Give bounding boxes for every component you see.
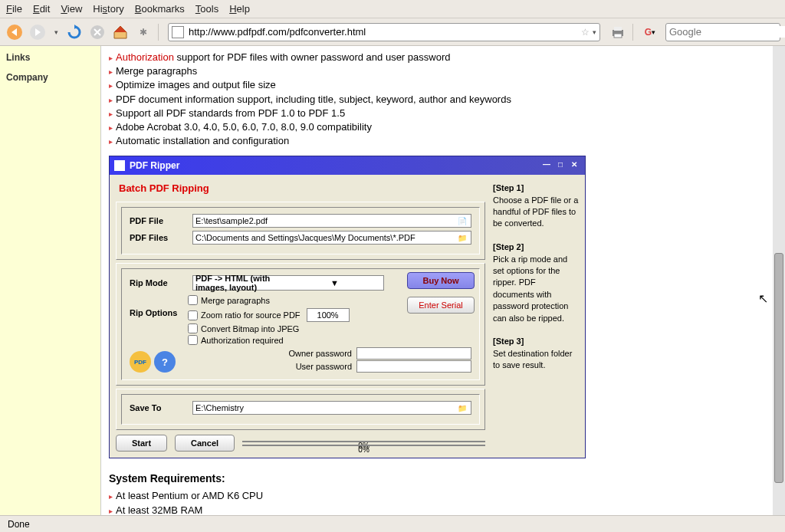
forward-button[interactable] [28,22,48,42]
sidebar-item-company[interactable]: Company [6,72,94,83]
feature-item: PDF document information support, includ… [109,93,765,107]
label-pdf-files: PDF Files [130,233,188,242]
browse-file-icon[interactable]: 📄 [456,215,468,226]
label-save-to: Save To [130,403,188,412]
content-area: Links Company Authorization support for … [0,46,785,515]
zoom-input[interactable] [307,308,350,322]
menu-file[interactable]: File [6,3,22,15]
menu-tools[interactable]: Tools [195,3,218,15]
check-zoom[interactable]: Zoom ratio for source PDF [188,308,353,322]
progress-bar-1: 0% [242,441,485,442]
sysreq-title: System Requirements: [109,472,765,484]
pdf-help-icon[interactable]: PDF [130,351,151,373]
label-rip-mode: Rip Mode [130,278,188,287]
feature-item: Adobe Acrobat 3.0, 4.0, 5.0, 6.0, 7.0, 8… [109,120,765,134]
menu-bookmarks[interactable]: Bookmarks [135,3,185,15]
pdf-file-field[interactable]: 📄 [192,214,471,228]
vertical-scrollbar[interactable] [773,46,785,515]
close-button[interactable]: ✕ [568,160,580,171]
progress-bar-2: 0% [242,445,485,446]
help-icon[interactable]: ? [154,351,176,373]
back-button[interactable] [5,22,25,42]
cancel-button[interactable]: Cancel [175,435,235,452]
save-to-input[interactable] [195,403,456,412]
dialog-titlebar[interactable]: PDF Ripper — □ ✕ [110,156,585,175]
search-engine-icon[interactable]: G▾ [638,22,662,42]
search-input[interactable] [669,26,785,38]
feature-item: Merge paragraphs [109,64,765,78]
chevron-down-icon: ▼ [288,278,381,287]
paw-icon[interactable]: ✱ [133,22,153,42]
label-pdf-file: PDF File [130,216,188,225]
search-box[interactable]: 🔍 [665,23,780,41]
label-owner-pwd: Owner password [288,349,352,358]
menu-history[interactable]: History [93,3,123,15]
start-button[interactable]: Start [116,435,167,452]
url-input[interactable] [187,25,581,39]
menubar: File Edit View History Bookmarks Tools H… [0,0,785,18]
bookmark-star-icon[interactable]: ☆ [581,27,590,38]
label-user-pwd: User password [296,362,352,371]
pdf-file-input[interactable] [195,216,456,225]
recent-dropdown[interactable]: ▾ [51,22,61,42]
svg-rect-4 [614,27,622,31]
menu-view[interactable]: View [61,3,82,15]
check-bitmap[interactable]: Convert Bitmap into JPEG [188,323,353,333]
status-text: Done [8,519,30,530]
owner-password-input[interactable] [356,347,471,360]
dialog-instructions: [Step 1] Choose a PDF file or a handful … [493,182,579,452]
url-dropdown-icon[interactable]: ▾ [593,28,596,36]
sysreq-item: At least 32MB RAM [109,504,765,516]
label-rip-options: Rip Options [130,307,188,317]
user-password-input[interactable] [356,360,471,373]
home-button[interactable] [110,22,130,42]
system-requirements: System Requirements: At least Pentium or… [109,472,765,515]
feature-item: Automatic installation and configuration [109,134,765,148]
sidebar: Links Company [0,46,101,515]
rip-mode-value: PDF -> HTML (with images, layout) [195,274,288,292]
sidebar-item-links[interactable]: Links [6,52,94,63]
dialog-title: PDF Ripper [130,160,179,171]
feature-item: Optimize images and output file size [109,78,765,92]
dialog-section-title: Batch PDF Ripping [119,182,485,194]
browse-folder-icon[interactable]: 📁 [456,232,468,243]
menu-help[interactable]: Help [229,3,250,15]
pdf-ripper-dialog: PDF Ripper — □ ✕ Batch PDF Ripping PDF F… [109,156,586,458]
statusbar: Done [0,515,785,532]
favicon [172,26,184,38]
buy-now-button[interactable]: Buy Now [407,272,475,289]
feature-item: Authorization support for PDF files with… [109,51,765,64]
check-auth[interactable]: Authorization required [188,335,353,345]
reload-button[interactable] [64,22,84,42]
toolbar: ▾ ✱ ☆ ▾ G▾ 🔍 [0,18,785,46]
main-content: Authorization support for PDF files with… [101,46,773,515]
enter-serial-button[interactable]: Enter Serial [407,297,475,314]
sysreq-item: At least Pentium or AMD K6 CPU [109,489,765,503]
menu-edit[interactable]: Edit [33,3,50,15]
minimize-button[interactable]: — [540,160,553,171]
svg-rect-5 [614,34,622,38]
print-button[interactable] [608,22,628,42]
save-to-field[interactable]: 📁 [192,401,471,415]
scroll-thumb[interactable] [774,253,783,483]
maximize-button[interactable]: □ [554,160,567,171]
rip-mode-dropdown[interactable]: PDF -> HTML (with images, layout) ▼ [192,275,384,291]
app-icon [114,160,125,171]
check-merge[interactable]: Merge paragraphs [188,295,270,305]
pdf-files-input[interactable] [195,233,456,242]
feature-item: Support all PDF standards from PDF 1.0 t… [109,107,765,120]
url-bar[interactable]: ☆ ▾ [168,23,600,41]
stop-button[interactable] [87,22,107,42]
pdf-files-field[interactable]: 📁 [192,231,471,245]
browse-save-icon[interactable]: 📁 [456,402,468,413]
